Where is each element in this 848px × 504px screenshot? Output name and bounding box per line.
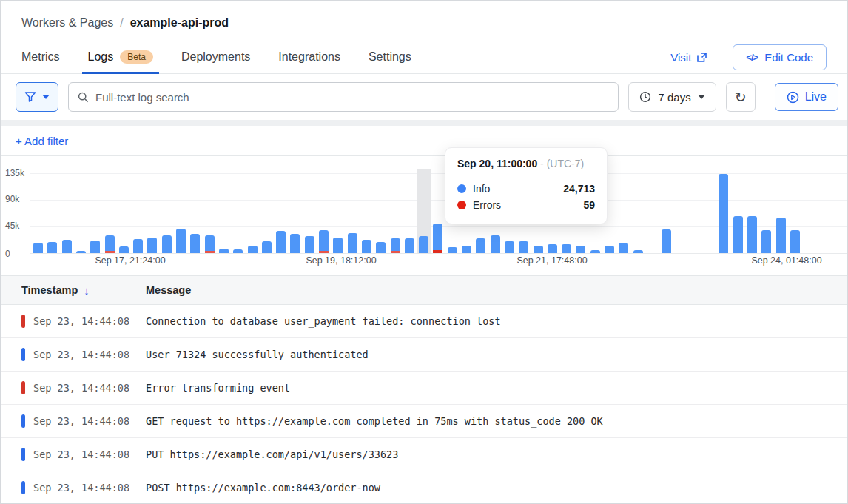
page-title: example-api-prod xyxy=(130,16,229,30)
log-level-indicator xyxy=(21,481,25,494)
chart-bar[interactable] xyxy=(719,174,728,253)
live-button-label: Live xyxy=(805,90,827,104)
chart-bar[interactable] xyxy=(419,236,428,253)
refresh-button[interactable]: ↻ xyxy=(726,82,756,112)
chart-bar[interactable] xyxy=(319,230,329,253)
funnel-icon xyxy=(24,91,36,103)
tabs: Metrics Logs Beta Deployments Integratio… xyxy=(21,41,411,73)
chart-bar[interactable] xyxy=(633,250,643,253)
time-range-dropdown[interactable]: 7 days xyxy=(628,82,716,112)
chart-bar[interactable] xyxy=(519,241,528,253)
y-axis-tick: 45k xyxy=(5,221,30,231)
chart-bar[interactable] xyxy=(548,244,557,253)
search-box[interactable] xyxy=(68,82,619,112)
chart-bar[interactable] xyxy=(133,239,143,253)
chart-bar[interactable] xyxy=(162,235,172,253)
chart-bar[interactable] xyxy=(362,240,371,253)
tab-bar: Metrics Logs Beta Deployments Integratio… xyxy=(1,41,847,74)
chart-bar[interactable] xyxy=(348,233,357,253)
log-level-indicator xyxy=(21,448,25,461)
tooltip-info-value: 24,713 xyxy=(563,183,595,195)
tooltip-info-row: Info 24,713 xyxy=(457,181,595,197)
chart-bar[interactable] xyxy=(448,247,457,253)
add-filter-button[interactable]: + Add filter xyxy=(16,135,68,147)
chart-bar[interactable] xyxy=(562,244,571,253)
chart-bar[interactable] xyxy=(305,236,314,253)
chart-bar[interactable] xyxy=(747,216,757,253)
breadcrumb: Workers & Pages / example-api-prod xyxy=(21,16,827,30)
tab-settings-label: Settings xyxy=(369,50,411,64)
tab-integrations-label: Integrations xyxy=(278,50,340,64)
chart-bar[interactable] xyxy=(90,241,100,253)
external-link-icon xyxy=(696,52,707,63)
clock-icon xyxy=(639,91,651,103)
tab-metrics-label: Metrics xyxy=(21,50,60,64)
chart-bar[interactable] xyxy=(605,246,614,253)
chart-bar[interactable] xyxy=(790,230,800,253)
y-axis-tick: 135k xyxy=(5,168,30,178)
beta-badge: Beta xyxy=(120,50,153,64)
chart-bar[interactable] xyxy=(776,218,786,253)
log-row[interactable]: Sep 23, 14:44:08 User 71324 successfully… xyxy=(1,338,847,372)
chart-bar[interactable] xyxy=(433,224,442,253)
tab-metrics[interactable]: Metrics xyxy=(21,41,60,73)
log-message: PUT https://example.com/api/v1/users/336… xyxy=(146,448,398,460)
chart-bar[interactable] xyxy=(733,216,743,253)
search-input[interactable] xyxy=(95,91,609,104)
log-row[interactable]: Sep 23, 14:44:08 PUT https://example.com… xyxy=(1,438,847,471)
visit-link[interactable]: Visit xyxy=(670,51,707,64)
timestamp-column-header[interactable]: Timestamp ↓ xyxy=(1,284,146,297)
chart-bar[interactable] xyxy=(491,235,500,253)
chart-bar[interactable] xyxy=(662,229,671,253)
chart-bar[interactable] xyxy=(276,231,286,253)
chevron-down-icon xyxy=(42,95,50,99)
log-row[interactable]: Sep 23, 14:44:08 POST https://example.co… xyxy=(1,471,847,504)
breadcrumb-workers-pages[interactable]: Workers & Pages xyxy=(21,16,113,30)
sort-descending-icon[interactable]: ↓ xyxy=(84,284,90,297)
chart-bar[interactable] xyxy=(147,238,157,253)
chart-bar[interactable] xyxy=(333,238,343,253)
edit-code-button[interactable]: </> Edit Code xyxy=(733,44,827,70)
live-button[interactable]: Live xyxy=(775,83,838,111)
chart-bar[interactable] xyxy=(576,246,585,253)
tab-settings[interactable]: Settings xyxy=(369,41,411,73)
chart-bar[interactable] xyxy=(534,246,543,253)
chart-bar[interactable] xyxy=(176,229,186,253)
chart-bar[interactable] xyxy=(505,241,514,253)
log-message: Connection to database user_payment fail… xyxy=(146,315,501,327)
chart-bar[interactable] xyxy=(290,234,300,253)
chart-bar[interactable] xyxy=(205,235,215,253)
filter-dropdown-button[interactable] xyxy=(16,82,58,112)
log-row[interactable]: Sep 23, 14:44:08 Connection to database … xyxy=(1,305,847,338)
chart-bar[interactable] xyxy=(76,251,86,253)
chart-bar[interactable] xyxy=(62,240,72,253)
log-row[interactable]: Sep 23, 14:44:08 GET request to https://… xyxy=(1,405,847,438)
chart-bar[interactable] xyxy=(376,242,386,253)
chart-bar[interactable] xyxy=(462,246,471,253)
chart-bar[interactable] xyxy=(47,242,57,253)
chart-bar[interactable] xyxy=(119,246,129,253)
error-dot-icon xyxy=(457,201,466,209)
tab-logs[interactable]: Logs Beta xyxy=(88,41,153,73)
chart-bar[interactable] xyxy=(619,243,628,253)
chart-bar-error-segment xyxy=(105,251,115,253)
chart-bar[interactable] xyxy=(233,249,243,253)
chart-bar[interactable] xyxy=(105,235,115,253)
chart-bar[interactable] xyxy=(590,250,600,253)
tab-integrations[interactable]: Integrations xyxy=(278,41,340,73)
chart-bar[interactable] xyxy=(219,249,229,253)
chart-bar[interactable] xyxy=(190,234,200,253)
tab-deployments[interactable]: Deployments xyxy=(181,41,250,73)
log-row[interactable]: Sep 23, 14:44:08 Error transforming even… xyxy=(1,372,847,405)
log-level-indicator xyxy=(21,414,25,428)
chart-bar[interactable] xyxy=(761,230,771,253)
chart-bar[interactable] xyxy=(405,238,414,253)
chart-bar[interactable] xyxy=(391,238,400,253)
chart-bar[interactable] xyxy=(262,241,272,253)
chart-bar[interactable] xyxy=(248,246,258,253)
info-dot-icon xyxy=(457,184,466,193)
filter-toolbar: 7 days ↻ Live xyxy=(1,74,847,120)
chart-bar[interactable] xyxy=(476,238,485,253)
chart-bar[interactable] xyxy=(33,243,43,253)
tab-logs-label: Logs xyxy=(88,50,114,64)
